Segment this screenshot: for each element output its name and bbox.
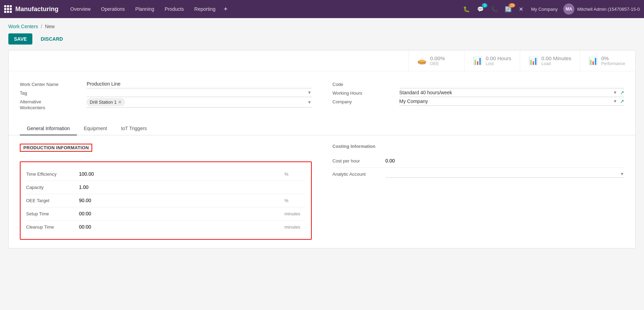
form-left-col: Work Center Name Tag ▼ Alternative [20,80,312,111]
time-efficiency-label: Time Efficiency [26,172,75,177]
alternative-workcenters-label: AlternativeWorkcenters [20,97,82,111]
company-row: Company My Company ▼ ↗ [333,97,625,106]
discard-button[interactable]: DISCARD [35,33,69,45]
save-button[interactable]: SAVE [8,33,32,45]
load-label: Load [541,61,571,66]
setup-time-input[interactable] [79,210,280,217]
oee-target-label: OEE Target [26,198,75,203]
grid-menu-icon[interactable] [4,5,12,13]
nav-item-operations[interactable]: Operations [96,4,129,14]
cleanup-time-unit: minutes [285,224,305,230]
stats-header: 🥧 0.00% OEE 📊 0.00 Hours Lost 📊 0.00 Min… [9,50,635,71]
capacity-label: Capacity [26,185,75,190]
company-name: My Company [528,5,560,13]
load-icon: 📊 [528,56,538,65]
work-center-name-label: Work Center Name [20,80,82,87]
phone-icon-button[interactable]: 📞 [489,5,500,14]
user-name: Mitchell Admin (15470857-15-0 [577,7,640,12]
lost-label: Lost [486,61,511,66]
company-arrow: ▼ [613,99,617,104]
nav-add-button[interactable]: + [221,4,230,14]
performance-label: Performance [601,61,625,66]
oee-target-row: OEE Target % [26,194,305,207]
nav-item-reporting[interactable]: Reporting [190,4,221,14]
chat-badge: 5 [482,3,487,8]
tag-select[interactable] [87,88,306,97]
cleanup-time-label: Cleanup Time [26,224,75,230]
company-ext-link[interactable]: ↗ [620,98,624,104]
working-hours-label: Working Hours [333,88,395,96]
time-efficiency-input[interactable] [79,170,280,178]
analytic-account-input[interactable] [385,170,619,177]
company-label: Company [333,97,395,104]
setup-time-label: Setup Time [26,211,75,216]
production-info-col: Production Information Time Efficiency %… [20,144,312,240]
stat-performance[interactable]: 📊 0% Performance [580,50,635,71]
nav-item-planning[interactable]: Planning [130,4,159,14]
time-efficiency-row: Time Efficiency % [26,168,305,181]
setup-time-unit: minutes [285,211,305,216]
user-avatar[interactable]: MA [563,3,574,15]
tag-remove-button[interactable]: ✕ [118,100,122,105]
code-input[interactable] [399,80,625,88]
breadcrumb: Work Centers / New [8,24,636,29]
tag-text: Drill Station 1 [90,100,117,105]
stat-load[interactable]: 📊 0.00 Minutes Load [520,50,580,71]
chat-icon-button[interactable]: 💬 5 [475,5,486,14]
app-name: Manufacturing [15,6,58,13]
form-body: Work Center Name Tag ▼ Alternative [9,71,635,119]
tabs-row: General Information Equipment IoT Trigge… [9,122,635,135]
tag-select-arrow: ▼ [308,90,312,95]
action-buttons: SAVE DISCARD [8,33,636,45]
analytic-account-label: Analytic Account [333,172,381,177]
cost-per-hour-input[interactable] [385,157,625,165]
bug-icon-button[interactable]: 🐛 [461,5,472,14]
costing-info-col: Costing Information Cost per hour Analyt… [333,144,625,240]
breadcrumb-current: New [45,24,55,29]
form-card: 🥧 0.00% OEE 📊 0.00 Hours Lost 📊 0.00 Min… [8,50,636,248]
oee-value: 0.00% [430,55,445,61]
lost-value: 0.00 Hours [486,55,511,61]
page-content: Work Centers / New SAVE DISCARD 🥧 0.00% … [0,18,644,310]
production-info-section: Time Efficiency % Capacity OEE Target % [20,161,312,240]
cost-per-hour-label: Cost per hour [333,158,381,164]
cleanup-time-input[interactable] [79,223,280,231]
analytic-account-arrow: ▼ [620,172,624,176]
cleanup-time-row: Cleanup Time minutes [26,221,305,233]
working-hours-select[interactable]: Standard 40 hours/week [399,88,612,97]
app-brand[interactable]: Manufacturing [4,5,58,13]
tab-equipment[interactable]: Equipment [77,122,114,135]
performance-value: 0% [601,55,625,61]
nav-right-section: 🐛 💬 5 📞 🔄 28 ✕ My Company MA Mitchell Ad… [461,3,640,15]
oee-target-unit: % [285,198,305,203]
oee-label: OEE [430,61,445,66]
stat-lost[interactable]: 📊 0.00 Hours Lost [464,50,520,71]
working-hours-ext-link[interactable]: ↗ [620,90,624,95]
capacity-row: Capacity [26,181,305,194]
lost-icon: 📊 [473,56,482,65]
code-label: Code [333,80,395,87]
stat-oee[interactable]: 🥧 0.00% OEE [408,50,464,71]
tab-iot-triggers[interactable]: IoT Triggers [114,122,154,135]
analytic-account-row: Analytic Account ▼ [333,168,625,181]
oee-target-input[interactable] [79,197,280,204]
nav-item-overview[interactable]: Overview [65,4,95,14]
work-center-name-input[interactable] [87,80,312,88]
tab-general-information[interactable]: General Information [20,122,77,135]
settings-icon-button[interactable]: ✕ [517,5,525,14]
working-hours-row: Working Hours Standard 40 hours/week ▼ ↗ [333,88,625,97]
capacity-input[interactable] [79,184,280,191]
alternative-workcenters-row: AlternativeWorkcenters Drill Station 1 ✕… [20,97,312,111]
breadcrumb-link[interactable]: Work Centers [8,24,38,29]
tag-row: Tag ▼ [20,88,312,97]
form-right-col: Code Working Hours Standard 40 hours/wee… [333,80,625,111]
refresh-icon-button[interactable]: 🔄 28 [503,5,514,14]
production-info-header: Production Information [20,144,92,152]
nav-item-products[interactable]: Products [160,4,189,14]
working-hours-arrow: ▼ [613,90,617,95]
top-navigation: Manufacturing Overview Operations Planni… [0,0,644,18]
code-row: Code [333,80,625,88]
nav-menu: Overview Operations Planning Products Re… [65,4,460,14]
oee-icon: 🥧 [417,56,427,65]
company-select[interactable]: My Company [399,97,612,105]
